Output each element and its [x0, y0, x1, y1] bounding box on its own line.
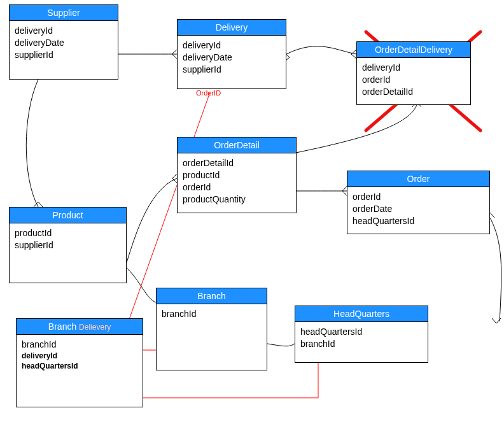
entity-branch: Branch branchId — [156, 288, 267, 370]
entity-orderdetaildelivery-title: OrderDetailDelivery — [357, 42, 470, 58]
entity-branchdelivery-body: branchId deliveryId headQuartersId — [17, 335, 143, 375]
attr: headQuartersId — [353, 215, 484, 227]
attr: orderId — [183, 181, 291, 193]
attr: orderDetailId — [183, 157, 291, 169]
attr: branchId — [22, 339, 137, 351]
attr: orderId — [353, 191, 484, 203]
entity-order: Order orderId orderDate headQuartersId — [347, 171, 490, 234]
entity-supplier: Supplier deliveryId deliveryDate supplie… — [9, 4, 118, 80]
attr: productId — [183, 169, 291, 181]
attr: deliveryId — [183, 39, 281, 52]
entity-branch-title: Branch — [157, 288, 267, 304]
entity-orderdetaildelivery: OrderDetailDelivery deliveryId orderId o… — [356, 41, 471, 105]
attr: headQuartersId — [300, 326, 423, 338]
attr: deliveryId — [362, 62, 465, 74]
entity-orderdetail: OrderDetail orderDetailId productId orde… — [177, 137, 297, 213]
entity-headquarters: HeadQuarters headQuartersId branchId — [295, 306, 428, 363]
attr: branchId — [300, 338, 423, 350]
attr: supplierId — [183, 64, 281, 76]
attr: orderDate — [353, 203, 484, 215]
attr: deliveryDate — [183, 52, 281, 64]
entity-supplier-title: Supplier — [10, 5, 118, 21]
entity-product: Product productId supplierId — [9, 207, 127, 283]
entity-product-body: productId supplierId — [10, 223, 126, 255]
entity-order-body: orderId orderDate headQuartersId — [347, 187, 489, 231]
entity-delivery: Delivery deliveryId deliveryDate supplie… — [177, 19, 286, 89]
entity-orderdetaildelivery-body: deliveryId orderId orderDetailId — [357, 58, 470, 102]
entity-headquarters-body: headQuartersId branchId — [295, 322, 428, 354]
attr: branchId — [162, 308, 262, 320]
attr: orderDetailId — [362, 86, 465, 98]
entity-supplier-body: deliveryId deliveryDate supplierId — [10, 21, 118, 65]
attr-deliveryid-added: deliveryId — [22, 351, 137, 361]
attr: supplierId — [15, 239, 121, 251]
attr: supplierId — [15, 49, 113, 61]
attr: deliveryDate — [15, 37, 113, 49]
entity-branchdelivery-title-suffix: Delievery — [79, 323, 111, 332]
attr: productQuantity — [183, 193, 291, 206]
entity-branchdelivery: Branch Delievery branchId deliveryId hea… — [16, 318, 143, 407]
entity-orderdetail-title: OrderDetail — [178, 137, 296, 153]
attr: headQuartersId — [22, 361, 137, 371]
entity-headquarters-title: HeadQuarters — [295, 306, 428, 322]
entity-product-title: Product — [10, 207, 126, 223]
entity-orderdetail-body: orderDetailId productId orderId productQ… — [178, 153, 296, 209]
entity-branch-body: branchId — [157, 304, 267, 324]
entity-branchdelivery-title: Branch Delievery — [17, 319, 143, 335]
entity-delivery-title: Delivery — [178, 20, 286, 36]
entity-delivery-body: deliveryId deliveryDate supplierId — [178, 36, 286, 80]
attr: deliveryId — [15, 25, 113, 37]
attr: orderId — [362, 74, 465, 86]
entity-order-title: Order — [347, 171, 489, 187]
delivery-orderid-annotation: OrderID — [196, 89, 221, 97]
entity-branchdelivery-title-base: Branch — [48, 321, 76, 332]
attr: productId — [15, 227, 121, 239]
